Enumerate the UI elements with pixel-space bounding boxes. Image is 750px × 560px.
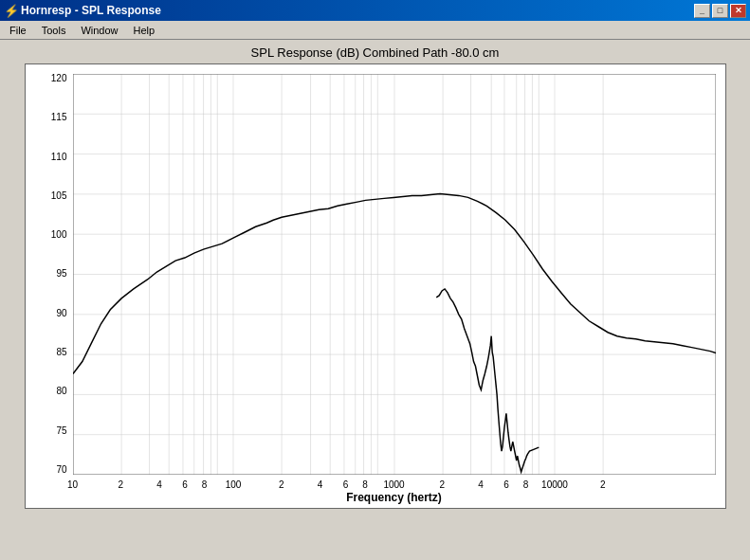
minimize-button[interactable]: _ <box>694 4 710 18</box>
x-label-4b: 4 <box>318 479 323 490</box>
x-label-2d: 2 <box>600 479 606 490</box>
y-label-70: 70 <box>56 465 66 475</box>
title-bar-left: ⚡ Hornresp - SPL Response <box>4 4 161 17</box>
y-label-110: 110 <box>51 153 67 162</box>
y-label-115: 115 <box>51 113 67 122</box>
y-label-95: 95 <box>56 269 66 279</box>
x-label-4a: 4 <box>156 479 162 490</box>
main-content: SPL Response (dB) Combined Path -80.0 cm… <box>0 40 750 560</box>
maximize-button[interactable]: □ <box>712 4 728 18</box>
x-label-8c: 8 <box>523 479 529 490</box>
menu-tools[interactable]: Tools <box>36 23 72 38</box>
y-label-90: 90 <box>56 309 66 318</box>
x-label-8b: 8 <box>362 479 368 490</box>
menu-help[interactable]: Help <box>128 23 161 38</box>
app-icon: ⚡ <box>4 4 17 17</box>
y-label-75: 75 <box>56 426 66 436</box>
menu-file[interactable]: File <box>4 23 32 38</box>
chart-inner <box>73 74 716 475</box>
chart-title: SPL Response (dB) Combined Path -80.0 cm <box>251 45 500 60</box>
spl-resonance-detail <box>436 289 539 472</box>
title-bar: ⚡ Hornresp - SPL Response _ □ ✕ <box>0 0 750 21</box>
x-label-8a: 8 <box>202 479 208 490</box>
title-bar-buttons: _ □ ✕ <box>694 4 746 18</box>
x-label-4c: 4 <box>478 479 484 490</box>
x-axis-title: Frequency (hertz) <box>73 491 716 504</box>
y-label-105: 105 <box>51 191 67 201</box>
x-label-2c: 2 <box>440 479 446 490</box>
x-label-2b: 2 <box>279 479 284 490</box>
y-label-80: 80 <box>56 387 66 396</box>
chart-container: 120 115 110 105 100 95 90 85 80 75 70 <box>25 63 726 509</box>
menu-bar: File Tools Window Help <box>0 21 750 40</box>
x-label-6a: 6 <box>182 479 188 490</box>
x-label-1000: 1000 <box>383 479 404 490</box>
close-button[interactable]: ✕ <box>730 4 746 18</box>
x-label-100: 100 <box>226 479 242 490</box>
y-label-100: 100 <box>51 230 67 240</box>
x-label-6b: 6 <box>343 479 349 490</box>
x-label-2a: 2 <box>119 479 124 490</box>
menu-window[interactable]: Window <box>75 23 123 38</box>
x-label-6c: 6 <box>503 479 509 490</box>
y-axis: 120 115 110 105 100 95 90 85 80 75 70 <box>26 74 71 475</box>
x-label-10: 10 <box>67 479 78 490</box>
y-label-85: 85 <box>56 348 66 357</box>
x-label-10000: 10000 <box>541 479 568 490</box>
window-title: Hornresp - SPL Response <box>21 4 161 17</box>
spl-graph <box>73 74 716 475</box>
y-label-120: 120 <box>51 74 67 83</box>
